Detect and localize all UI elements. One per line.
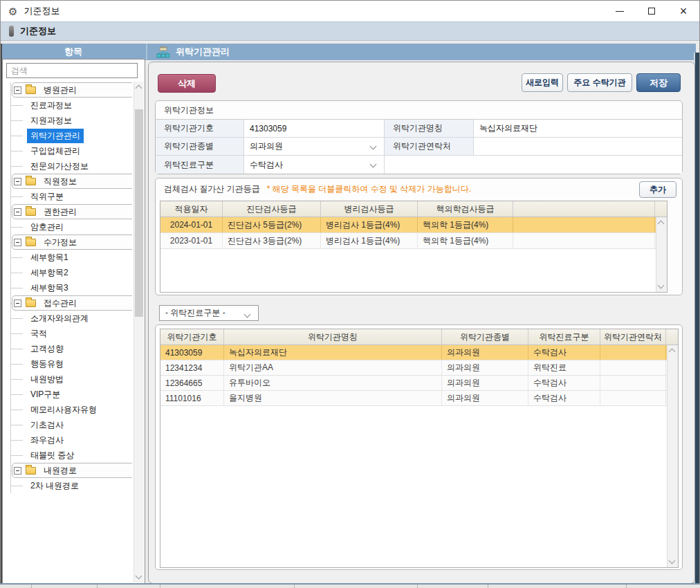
sidebar-item-직위구분[interactable]: 직위구분 [11, 189, 132, 204]
tree-connector [11, 394, 23, 395]
sidebar-item-국적[interactable]: 국적 [11, 326, 132, 341]
sidebar-item-내원방법[interactable]: 내원방법 [11, 371, 132, 387]
table-cell: 을지병원 [224, 391, 442, 405]
table-row[interactable]: 12364665유투바이오의과의원수탁검사 [160, 376, 678, 391]
table-cell: 의과의원 [442, 391, 528, 405]
search-input[interactable] [6, 63, 138, 78]
new-entry-button[interactable]: 새로입력 [522, 73, 563, 92]
sidebar-item-기초검사[interactable]: 기초검사 [11, 417, 132, 432]
tree-group[interactable]: 내원경로 [12, 463, 132, 478]
collapse-icon[interactable] [14, 467, 21, 475]
collapse-icon[interactable] [14, 239, 21, 246]
tree-connector [11, 196, 23, 197]
org-chart-icon [156, 46, 170, 58]
column-header[interactable]: 위탁기관연락처 [600, 329, 666, 344]
table-row[interactable]: 41303059녹십자의료재단의과의원수탁검사 [160, 345, 678, 360]
sidebar-item-VIP구분[interactable]: VIP구분 [11, 387, 132, 402]
sidebar-item-고객성향[interactable]: 고객성향 [11, 341, 132, 356]
collapse-icon[interactable] [14, 208, 21, 216]
type-combobox[interactable]: 의과의원 [244, 138, 385, 156]
column-header[interactable] [513, 201, 655, 217]
sidebar-item-세부항목3[interactable]: 세부항목3 [11, 280, 132, 295]
table-row[interactable]: 11101016을지병원의과의원수탁검사 [160, 391, 678, 406]
scroll-up-icon[interactable] [136, 85, 142, 92]
table-row[interactable]: 12341234위탁기관AA의과의원위탁진료 [160, 360, 678, 376]
contact-label: 위탁기관연락처 [385, 138, 474, 156]
table-cell: 의과의원 [442, 345, 528, 360]
tree-group[interactable]: 직원정보 [12, 174, 132, 189]
sidebar-item-전문의가산정보[interactable]: 전문의가산정보 [11, 158, 132, 174]
table-cell: 핵의학 1등급(4%) [418, 233, 513, 248]
table-row[interactable]: 2023-01-01진단검사 3등급(2%)병리검사 1등급(4%)핵의학 1등… [160, 233, 667, 249]
column-header[interactable]: 위탁기관종별 [442, 329, 528, 344]
column-header[interactable]: 위탁기관기호 [160, 329, 224, 344]
tree-connector [11, 455, 23, 456]
save-button[interactable]: 저장 [636, 73, 681, 92]
sidebar-scrollbar[interactable] [133, 82, 144, 582]
sidebar-item-소개자와의관계[interactable]: 소개자와의관계 [11, 311, 132, 326]
sidebar-item-좌우검사[interactable]: 좌우검사 [11, 432, 132, 448]
window-controls: × [604, 1, 699, 21]
major-institution-button[interactable]: 주요 수탁기관 [567, 73, 632, 92]
code-field[interactable]: 41303059 [244, 120, 385, 138]
tree-group[interactable]: 병원관리 [12, 82, 132, 98]
sidebar-item-위탁기관관리[interactable]: 위탁기관관리 [11, 128, 132, 143]
table-cell: 녹십자의료재단 [224, 345, 442, 360]
collapse-icon[interactable] [14, 86, 21, 94]
column-header[interactable]: 위탁진료구분 [528, 329, 600, 344]
sidebar-item-진료과정보[interactable]: 진료과정보 [11, 98, 132, 113]
add-button[interactable]: 추가 [639, 181, 676, 198]
sidebar-item-세부항목1[interactable]: 세부항목1 [11, 250, 132, 265]
sidebar-item-지원과정보[interactable]: 지원과정보 [11, 113, 132, 128]
table-cell [600, 345, 666, 360]
close-button[interactable]: × [667, 1, 699, 21]
grade-group: 검체검사 질가산 기관등급 * 해당 목록을 더블클릭하여 수정 및 삭제가 가… [155, 178, 683, 295]
grade-table-scrollbar[interactable] [656, 217, 667, 292]
category-combobox[interactable]: 수탁검사 [244, 156, 385, 174]
collapse-icon[interactable] [14, 178, 21, 185]
sidebar-item-세부항목2[interactable]: 세부항목2 [11, 265, 132, 280]
column-header[interactable]: 위탁기관명칭 [224, 329, 442, 344]
maximize-button[interactable] [636, 1, 667, 21]
table-row[interactable]: 2024-01-01진단검사 5등급(2%)병리검사 1등급(4%)핵의학 1등… [160, 217, 667, 233]
scroll-down-icon[interactable] [669, 558, 676, 564]
table-cell: 병리검사 1등급(4%) [321, 217, 418, 232]
tree-connector [11, 288, 23, 288]
table-cell: 진단검사 3등급(2%) [223, 233, 321, 248]
chevron-down-icon [244, 311, 251, 318]
contact-field[interactable] [474, 138, 682, 156]
category-filter-combobox[interactable]: - 위탁진료구분 - [159, 305, 259, 321]
tree-connector [11, 273, 23, 273]
sidebar-item-2차 내원경로[interactable]: 2차 내원경로 [11, 478, 132, 493]
tree-connector [11, 486, 23, 486]
sidebar-item-구입업체관리[interactable]: 구입업체관리 [11, 143, 132, 158]
tree-group[interactable]: 접수관리 [12, 295, 132, 311]
column-header[interactable]: 핵의학검사등급 [418, 201, 513, 217]
minimize-button[interactable] [604, 1, 636, 21]
table-cell: 핵의학 1등급(4%) [418, 217, 513, 232]
tree-group[interactable]: 수가정보 [12, 235, 132, 250]
scroll-down-icon[interactable] [658, 282, 665, 289]
column-header[interactable]: 진단검사등급 [223, 201, 321, 217]
app-window: ⚙ 기준정보 × 기준정보 항목 위탁기관관리 [0, 0, 700, 585]
folder-icon [26, 208, 36, 216]
tree-group[interactable]: 권한관리 [12, 204, 132, 219]
name-field[interactable]: 녹십자의료재단 [474, 120, 682, 138]
column-header[interactable]: 병리검사등급 [321, 201, 418, 217]
collapse-icon[interactable] [14, 300, 21, 307]
tree-group-label: 접수관리 [40, 296, 80, 311]
scroll-up-icon[interactable] [669, 349, 676, 356]
sidebar-item-행동유형[interactable]: 행동유형 [11, 356, 132, 371]
scroll-up-icon[interactable] [658, 221, 665, 228]
tree-group-label: 내원경로 [40, 463, 80, 478]
header-band: 항목 위탁기관관리 [1, 44, 696, 60]
sidebar-item-태블릿 증상[interactable]: 태블릿 증상 [11, 448, 132, 463]
scroll-down-icon[interactable] [136, 573, 142, 580]
sidebar-item-암호관리[interactable]: 암호관리 [11, 219, 132, 235]
org-table-scrollbar[interactable] [667, 345, 678, 567]
type-value: 의과의원 [250, 140, 283, 152]
delete-button[interactable]: 삭제 [158, 74, 216, 93]
sidebar-item-메모리사용자유형[interactable]: 메모리사용자유형 [11, 402, 132, 417]
column-header[interactable]: 적용일자 [160, 201, 223, 217]
scrollbar-thumb[interactable] [135, 109, 143, 317]
